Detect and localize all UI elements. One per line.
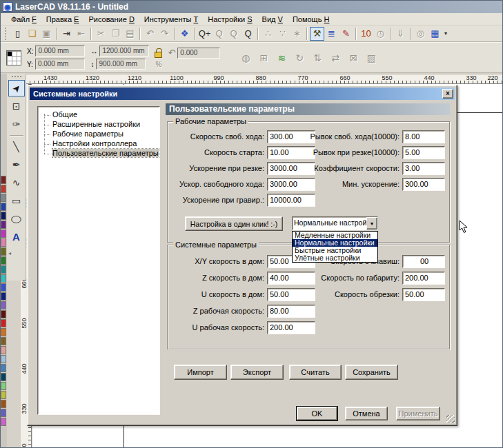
preset-option-normal[interactable]: Нормальные настройки <box>293 239 377 247</box>
one-click-setup-button[interactable]: Настройка в один клик! :-) <box>185 216 283 231</box>
nav-item-advanced[interactable]: Расширенные настройки <box>38 120 159 130</box>
palette-color[interactable] <box>1 238 6 247</box>
ellipse-tool[interactable]: ◯ <box>8 210 25 227</box>
import-icon[interactable]: ⇥ <box>59 27 74 41</box>
param-input[interactable]: 80.00 <box>267 305 315 318</box>
zoom-page-icon[interactable]: Q <box>241 27 255 41</box>
preset-combobox[interactable]: Нормальные настройки ▼ <box>292 216 378 230</box>
menu-draw[interactable]: Рисование D <box>83 14 139 25</box>
rotate-reset-icon[interactable]: ↶ <box>168 48 175 58</box>
y-input[interactable]: 0.000 mm <box>35 59 85 70</box>
palette-color[interactable] <box>1 346 6 354</box>
path-order-icon[interactable]: 10 <box>359 27 373 41</box>
zoom-in-icon[interactable]: Q+ <box>197 27 212 41</box>
polyline-tool[interactable]: ∿ <box>8 174 25 191</box>
palette-color[interactable] <box>1 310 6 318</box>
rotation-input[interactable]: 0.000 <box>177 48 220 59</box>
palette-color[interactable] <box>1 194 6 202</box>
window-titlebar[interactable]: ◉ LaserCAD V8.11.16 - Untitled <box>1 1 503 13</box>
menu-file[interactable]: Файл F <box>6 14 41 25</box>
resize-grip[interactable] <box>446 415 455 423</box>
palette-color[interactable] <box>1 212 6 220</box>
cancel-button[interactable]: Отмена <box>345 407 388 420</box>
palette-color[interactable] <box>1 247 6 256</box>
chevron-down-icon[interactable]: ▼ <box>366 217 377 230</box>
preset-option-fast[interactable]: Быстрые настройки <box>293 247 377 254</box>
dialog-titlebar[interactable]: Системные настройки × <box>30 88 455 100</box>
palette-color[interactable] <box>1 319 6 327</box>
palette-color[interactable] <box>1 301 6 309</box>
toolbar-grip[interactable] <box>12 76 21 77</box>
param-input[interactable]: 300.00 <box>402 178 445 191</box>
ok-button[interactable]: OK <box>297 407 337 420</box>
param-input[interactable]: 00 <box>402 255 445 268</box>
open-icon[interactable]: ❏ <box>25 27 39 41</box>
param-input[interactable]: 3.00 <box>402 162 445 175</box>
palette-color[interactable] <box>1 230 6 238</box>
lock-icon[interactable] <box>155 52 162 58</box>
palette-color[interactable] <box>1 203 6 211</box>
palette-color[interactable] <box>1 274 6 283</box>
x-input[interactable]: 0.000 mm <box>35 45 85 57</box>
system-settings-dialog: Системные настройки × Общие Расширенные … <box>27 85 457 426</box>
palette-color[interactable] <box>1 265 6 274</box>
menu-tools[interactable]: Инструменты T <box>139 14 203 25</box>
palette-color[interactable] <box>1 256 6 265</box>
menu-edit[interactable]: Правка E <box>41 14 84 25</box>
palette-color[interactable] <box>1 355 6 363</box>
palette-color[interactable] <box>1 292 6 301</box>
machine-settings-icon[interactable]: ⚒ <box>310 27 324 41</box>
text-tool[interactable]: A <box>8 228 25 245</box>
width-input[interactable]: 1200.000 mm <box>99 45 149 57</box>
palette-color[interactable] <box>1 409 6 417</box>
palette-color[interactable] <box>1 283 6 292</box>
menu-settings[interactable]: Настройки S <box>203 14 257 25</box>
palette-color[interactable] <box>1 328 6 336</box>
menu-view[interactable]: Вид V <box>257 14 288 25</box>
toolbar-grip[interactable] <box>5 28 8 40</box>
close-icon[interactable]: × <box>442 89 453 99</box>
new-icon[interactable]: ▯ <box>10 27 25 41</box>
rect-tool[interactable]: ▭ <box>8 192 25 209</box>
param-input[interactable]: 50.00 <box>402 288 445 301</box>
palette-color[interactable] <box>1 382 6 390</box>
param-input[interactable]: 200.00 <box>402 272 445 285</box>
palette-color[interactable] <box>1 337 6 345</box>
nav-item-general[interactable]: Общие <box>38 110 159 120</box>
palette-color[interactable] <box>1 221 6 229</box>
param-input[interactable]: 200.00 <box>267 321 315 334</box>
param-input[interactable]: 10000.00 <box>267 194 315 207</box>
palette-color[interactable] <box>1 364 6 372</box>
preview-icon[interactable]: ▦ <box>428 27 442 41</box>
import-button[interactable]: Импорт <box>174 365 227 380</box>
shape-edit-tool[interactable]: ✑ <box>8 116 25 132</box>
nav-item-user-params[interactable]: Пользовательские параметры <box>38 149 159 159</box>
param-input[interactable]: 8.00 <box>402 130 445 143</box>
anchor-grid-icon[interactable] <box>6 50 21 65</box>
color-sort-icon[interactable]: ≋ <box>274 50 289 65</box>
palette-color[interactable] <box>1 185 6 193</box>
palette-color[interactable] <box>1 176 6 184</box>
pan-icon[interactable]: ❖ <box>177 27 192 41</box>
palette-color[interactable] <box>1 373 6 381</box>
nav-item-work-params[interactable]: Рабочие параметры <box>38 130 159 139</box>
pen-tool[interactable]: ✒ <box>8 156 25 173</box>
export-button[interactable]: Экспорт <box>230 365 284 380</box>
palette-color[interactable] <box>1 400 6 408</box>
palette-color[interactable] <box>1 391 6 399</box>
nav-item-controller[interactable]: Настройки контроллера <box>38 139 159 149</box>
toolbar-overflow-icon[interactable]: ▾ <box>442 27 449 41</box>
preset-option-crazy[interactable]: Улётные настройки <box>293 254 377 262</box>
pick-icon[interactable]: ✎ <box>339 27 353 41</box>
select-tool[interactable]: ➤ <box>8 80 25 96</box>
menu-help[interactable]: Помощь H <box>288 14 335 25</box>
preset-option-slow[interactable]: Медленные настройки <box>293 232 377 239</box>
save-button[interactable]: Сохранить <box>345 365 398 380</box>
param-input[interactable]: 5.00 <box>402 146 445 159</box>
height-input[interactable]: 900.000 mm <box>96 59 146 70</box>
object-list-icon[interactable]: ≣ <box>324 27 339 41</box>
palette-color[interactable] <box>1 418 6 426</box>
node-select-tool[interactable]: ⊡ <box>8 98 25 114</box>
read-button[interactable]: Считать <box>289 365 342 380</box>
line-tool[interactable]: ╲ <box>8 139 25 155</box>
